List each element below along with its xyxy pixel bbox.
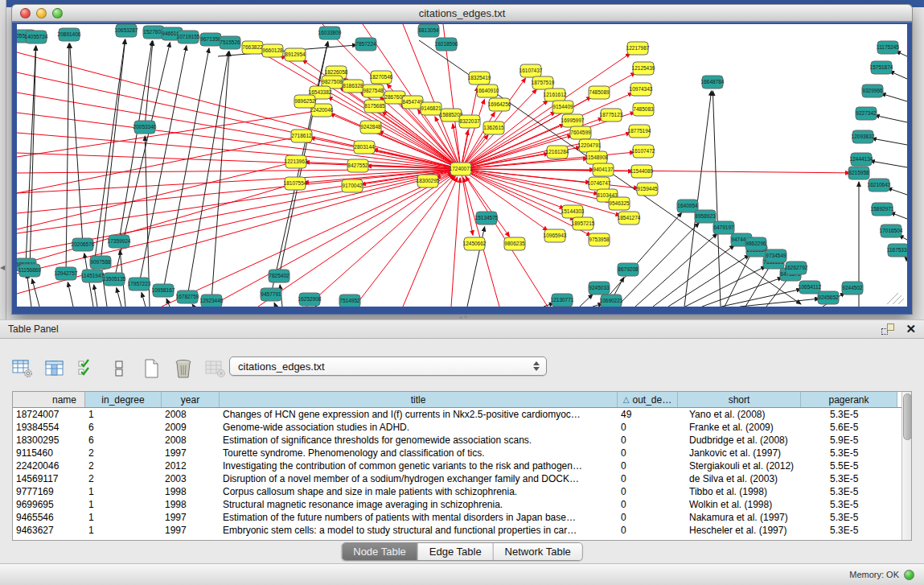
graph-node[interactable]: 17016504: [880, 225, 903, 237]
graph-node[interactable]: 10974343: [630, 83, 653, 96]
graph-node[interactable]: 9660128: [262, 44, 283, 57]
graph-node[interactable]: 16252908: [298, 293, 322, 306]
graph-node[interactable]: 16640910: [476, 84, 499, 97]
attribute-table-settings-icon[interactable]: [11, 357, 34, 380]
graph-node[interactable]: 12125439: [632, 62, 655, 75]
graph-node[interactable]: 18775194: [628, 125, 651, 138]
column-header-short[interactable]: short: [678, 392, 801, 407]
delete-column-icon[interactable]: [172, 357, 195, 380]
graph-node[interactable]: 16964256: [488, 98, 511, 111]
graph-node[interactable]: 9227342: [856, 107, 877, 120]
graph-node[interactable]: 11544089: [630, 165, 654, 178]
graph-node[interactable]: 19218596: [435, 38, 458, 51]
graph-node[interactable]: 8175685: [364, 100, 385, 113]
graph-node[interactable]: 2803144: [354, 141, 375, 154]
citation-graph[interactable]: 2055381314055724208914061065328715276029…: [17, 24, 907, 307]
column-header-title[interactable]: title: [220, 392, 618, 407]
graph-node[interactable]: 12217987: [626, 42, 650, 55]
graph-node[interactable]: 9546325: [609, 197, 630, 210]
memory-status-icon[interactable]: [904, 570, 914, 580]
window-titlebar[interactable]: citations_edges.txt: [11, 4, 913, 22]
graph-node[interactable]: 12130771: [551, 294, 574, 307]
graph-node[interactable]: 7485083: [633, 103, 654, 116]
graph-node[interactable]: 7485089: [589, 86, 610, 99]
table-row[interactable]: 1456911722003Disruption of a novel membe…: [13, 472, 901, 485]
graph-node[interactable]: 7825402: [269, 270, 290, 282]
column-visibility-icon[interactable]: [43, 357, 66, 380]
graph-node[interactable]: 14055724: [25, 31, 48, 43]
graph-node[interactable]: 16107472: [632, 145, 655, 158]
graph-node[interactable]: 8186328: [343, 80, 363, 93]
graph-node[interactable]: 9245033: [589, 282, 610, 295]
graph-node[interactable]: 8912954: [285, 48, 306, 61]
graph-node[interactable]: 18325419: [468, 72, 491, 84]
graph-node[interactable]: 1362615: [483, 122, 504, 134]
graph-node[interactable]: 18107554: [284, 177, 307, 190]
graph-node[interactable]: 10690221: [600, 295, 623, 307]
minimize-button[interactable]: [36, 8, 47, 19]
graph-node[interactable]: 18957215: [572, 217, 595, 230]
graph-node[interactable]: 9827548: [363, 84, 384, 97]
delete-table-disabled-icon[interactable]: [204, 357, 227, 380]
graph-node[interactable]: 7604599: [570, 126, 591, 139]
table-row[interactable]: 1830029562008Estimation of significance …: [13, 434, 901, 447]
column-header-in_degree[interactable]: in_degree: [85, 392, 162, 407]
graph-node[interactable]: 7514952: [339, 295, 360, 307]
graph-node[interactable]: 12942757: [55, 267, 78, 280]
graph-node[interactable]: 16210643: [868, 179, 891, 192]
graph-node[interactable]: 12161612: [544, 89, 567, 101]
graph-node[interactable]: 7515526: [220, 36, 240, 49]
graph-node[interactable]: 9245652: [818, 291, 839, 304]
graph-node[interactable]: 17240071: [450, 163, 473, 175]
graph-node[interactable]: 16107437: [519, 64, 543, 77]
graph-node[interactable]: 16648784: [701, 76, 725, 89]
graph-node[interactable]: 16995997: [561, 114, 585, 127]
graph-node[interactable]: 9896252: [294, 95, 315, 108]
create-column-icon[interactable]: [140, 357, 162, 380]
graph-node[interactable]: 9457791: [261, 288, 281, 301]
table-row[interactable]: 2242004622012Investigating the contribut…: [13, 459, 901, 472]
graph-node[interactable]: 15134575: [475, 212, 499, 225]
graph-node[interactable]: 9671358: [200, 33, 221, 46]
splitter-handle[interactable]: ▲▼: [458, 315, 466, 319]
select-rows-icon[interactable]: [76, 357, 98, 380]
graph-node[interactable]: 9404137: [593, 163, 614, 176]
graph-node[interactable]: 9806235: [504, 237, 525, 250]
graph-node[interactable]: 16782759: [176, 290, 199, 303]
graph-node[interactable]: 20891406: [58, 28, 81, 41]
graph-node[interactable]: 6479197: [713, 221, 734, 234]
graph-node[interactable]: 7857224: [355, 38, 376, 51]
graph-node[interactable]: 8427552: [347, 159, 368, 172]
graph-node[interactable]: 9097588: [90, 256, 111, 269]
graph-node[interactable]: 17359924: [108, 235, 131, 248]
graph-node[interactable]: 15751874: [870, 61, 893, 74]
table-row[interactable]: 977716911998Corpus callosum shape and si…: [13, 485, 901, 498]
graph-node[interactable]: 7663822: [242, 41, 263, 54]
graph-node[interactable]: 8215958: [848, 167, 869, 179]
table-select-dropdown[interactable]: citations_edges.txt: [229, 356, 547, 376]
table-row[interactable]: 946362711997Embryonic stem cells: a mode…: [13, 524, 901, 537]
graph-node[interactable]: 12093832: [852, 130, 875, 143]
graph-node[interactable]: 18541274: [618, 212, 641, 225]
resize-handle[interactable]: [887, 293, 898, 304]
column-header-year[interactable]: year: [162, 392, 220, 407]
column-header-out_de[interactable]: △out_de…: [618, 392, 678, 407]
graph-node[interactable]: 9154409: [552, 101, 573, 113]
table-row[interactable]: 911546021997Tourette syndrome. Phenomeno…: [13, 447, 901, 459]
graph-node[interactable]: 9862296: [745, 237, 766, 250]
table-mode-icon[interactable]: [108, 357, 130, 380]
graph-node[interactable]: 12213963: [285, 155, 308, 168]
column-header-pagerank[interactable]: pagerank: [801, 392, 897, 407]
graph-node[interactable]: 1527602: [143, 26, 164, 39]
graph-node[interactable]: 10958167: [152, 284, 175, 297]
gutter-collapse-icon[interactable]: ◀: [0, 264, 5, 271]
graph-node[interactable]: 9753958: [589, 233, 610, 246]
float-panel-icon[interactable]: [881, 323, 894, 335]
graph-node[interactable]: 12161284: [546, 146, 569, 159]
graph-node[interactable]: 16033809: [318, 27, 342, 39]
zoom-button[interactable]: [52, 8, 63, 19]
graph-node[interactable]: 8813054: [418, 24, 439, 37]
graph-node[interactable]: 11156869: [18, 264, 41, 277]
table-row[interactable]: 969969511998Structural magnetic resonanc…: [13, 498, 901, 511]
tab-network-table[interactable]: Network Table: [494, 543, 582, 560]
